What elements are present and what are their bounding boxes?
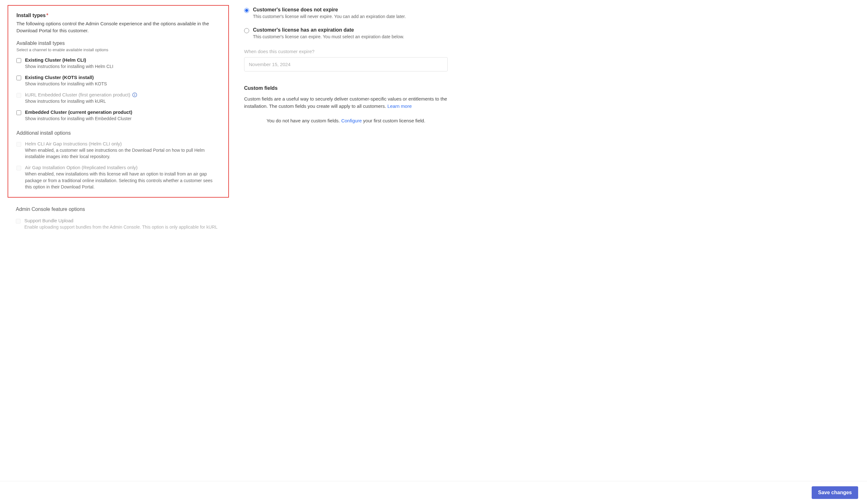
install-types-section: Install types* The following options con… (8, 5, 229, 197)
configure-link[interactable]: Configure (341, 118, 362, 123)
install-sub-helm-cli: Show instructions for installing with He… (25, 63, 220, 69)
install-sub-kots: Show instructions for installing with KO… (25, 81, 220, 87)
admin-console-section: Admin Console feature options Support Bu… (8, 203, 229, 230)
additional-label-helm-airgap: Helm CLI Air Gap Instructions (Helm CLI … (25, 141, 220, 147)
custom-fields-section: Custom fields Custom fields are a useful… (244, 85, 448, 123)
install-types-description: The following options control the Admin … (17, 20, 220, 34)
info-icon[interactable] (132, 92, 137, 97)
additional-install-title: Additional install options (17, 130, 220, 136)
expiration-option-date: Customer's license has an expiration dat… (244, 27, 448, 39)
install-label-helm-cli: Existing Cluster (Helm CLI) (25, 57, 220, 63)
install-checkbox-embedded[interactable] (17, 110, 21, 115)
expiration-option-never: Customer's license does not expire This … (244, 7, 448, 19)
custom-fields-desc: Custom fields are a useful way to secure… (244, 96, 448, 110)
additional-sub-airgap: When enabled, new installations with thi… (25, 171, 220, 190)
install-option-helm-cli: Existing Cluster (Helm CLI) Show instruc… (17, 57, 220, 69)
expiration-radio-never[interactable] (244, 8, 249, 13)
install-option-embedded: Embedded Cluster (current generation pro… (17, 109, 220, 122)
expiration-sub-date: This customer's license can expire. You … (253, 34, 404, 39)
expiration-label-never: Customer's license does not expire (253, 7, 406, 13)
additional-sub-helm-airgap: When enabled, a customer will see instru… (25, 147, 220, 160)
install-checkbox-helm-cli[interactable] (17, 58, 21, 63)
expiration-date-input (244, 57, 448, 72)
install-option-kots: Existing Cluster (KOTS install) Show ins… (17, 75, 220, 87)
install-label-kurl: kURL Embedded Cluster (first generation … (25, 92, 220, 97)
additional-checkbox-airgap (17, 166, 21, 170)
admin-console-title: Admin Console feature options (16, 206, 221, 212)
available-install-types-title: Available install types (17, 41, 220, 46)
custom-fields-title: Custom fields (244, 85, 448, 91)
install-checkbox-kurl (17, 93, 21, 98)
additional-checkbox-helm-airgap (17, 142, 21, 147)
learn-more-link[interactable]: Learn more (387, 104, 412, 109)
svg-point-2 (135, 93, 135, 94)
admin-label-support-bundle: Support Bundle Upload (24, 218, 221, 223)
admin-checkbox-support-bundle (16, 219, 21, 224)
required-star: * (46, 13, 48, 18)
available-install-types-hint: Select a channel to enable available ins… (17, 47, 220, 52)
expiration-radio-date[interactable] (244, 28, 249, 33)
install-label-embedded: Embedded Cluster (current generation pro… (25, 109, 220, 115)
additional-option-helm-airgap: Helm CLI Air Gap Instructions (Helm CLI … (17, 141, 220, 160)
expiration-radio-group: Customer's license does not expire This … (244, 7, 448, 39)
additional-option-airgap: Air Gap Installation Option (Replicated … (17, 165, 220, 190)
expiration-label-date: Customer's license has an expiration dat… (253, 27, 404, 33)
additional-label-airgap: Air Gap Installation Option (Replicated … (25, 165, 220, 170)
custom-fields-empty: You do not have any custom fields. Confi… (244, 118, 448, 123)
admin-sub-support-bundle: Enable uploading support bundles from th… (24, 224, 221, 230)
install-types-title: Install types* (17, 13, 220, 18)
install-sub-embedded: Show instructions for installing with Em… (25, 115, 220, 122)
expiration-date-label: When does this customer expire? (244, 49, 448, 54)
expiration-sub-never: This customer's license will never expir… (253, 14, 406, 19)
admin-option-support-bundle: Support Bundle Upload Enable uploading s… (16, 218, 221, 230)
install-checkbox-kots[interactable] (17, 76, 21, 80)
install-option-kurl: kURL Embedded Cluster (first generation … (17, 92, 220, 104)
install-label-kots: Existing Cluster (KOTS install) (25, 75, 220, 80)
install-sub-kurl: Show instructions for installing with kU… (25, 98, 220, 104)
